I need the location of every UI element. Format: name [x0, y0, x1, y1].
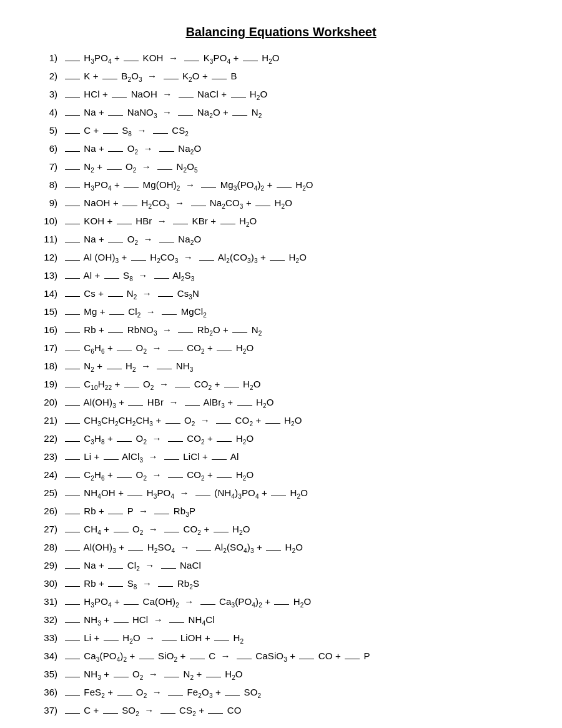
list-item: 12) Al (OH)3 + H2CO3 → Al2(CO3)3 + H2O — [37, 250, 525, 265]
list-item: 11) Na + O2 → Na2O — [37, 232, 525, 247]
equation-number: 10) — [37, 214, 64, 229]
equation-number: 14) — [37, 286, 64, 301]
equation-number: 28) — [37, 540, 64, 555]
equation-number: 6) — [37, 141, 64, 156]
equation-number: 5) — [37, 123, 64, 138]
list-item: 26) Rb + P → Rb3P — [37, 504, 525, 519]
equation-content: CH3CH2CH2CH3 + O2 → CO2 + H2O — [64, 413, 302, 428]
list-item: 2) K + B2O3 → K2O + B — [37, 69, 525, 84]
equation-content: Mg + Cl2 → MgCl2 — [64, 304, 207, 319]
equation-number: 2) — [37, 69, 64, 84]
equation-content: NaOH + H2CO3 → Na2CO3 + H2O — [64, 196, 292, 211]
equation-content: Li + AlCl3 → LiCl + Al — [64, 449, 239, 464]
equation-content: Al(OH)3 + H2SO4 → Al2(SO4)3 + H2O — [64, 540, 303, 555]
list-item: 34) Ca3(PO4)2 + SiO2 + C → CaSiO3 + CO +… — [37, 649, 525, 664]
equation-number: 33) — [37, 631, 64, 646]
list-item: 36) FeS2 + O2 → Fe2O3 + SO2 — [37, 685, 525, 700]
list-item: 3) HCl + NaOH → NaCl + H2O — [37, 87, 525, 102]
equation-content: C + S8 → CS2 — [64, 123, 189, 138]
equation-number: 8) — [37, 177, 64, 192]
list-item: 13) Al + S8 → Al2S3 — [37, 268, 525, 283]
equation-number: 25) — [37, 486, 64, 501]
list-item: 23) Li + AlCl3 → LiCl + Al — [37, 449, 525, 464]
list-item: 1) H3PO4 + KOH → K3PO4 + H2O — [37, 51, 525, 66]
equation-number: 36) — [37, 685, 64, 700]
list-item: 33) Li + H2O → LiOH + H2 — [37, 631, 525, 646]
equation-content: C + SO2 → CS2 + CO — [64, 703, 242, 718]
equation-number: 27) — [37, 522, 64, 537]
equation-content: C6H6 + O2 → CO2 + H2O — [64, 341, 254, 356]
equation-content: Al + S8 → Al2S3 — [64, 268, 194, 283]
list-item: 8) H3PO4 + Mg(OH)2 → Mg3(PO4)2 + H2O — [37, 177, 525, 192]
list-item: 19) C10H22 + O2 → CO2 + H2O — [37, 377, 525, 392]
list-item: 28) Al(OH)3 + H2SO4 → Al2(SO4)3 + H2O — [37, 540, 525, 555]
equation-content: NH3 + HCl → NH4Cl — [64, 612, 215, 627]
equation-number: 16) — [37, 322, 64, 337]
equation-number: 32) — [37, 612, 64, 627]
equation-number: 3) — [37, 87, 64, 102]
equation-number: 11) — [37, 232, 64, 247]
equation-number: 19) — [37, 377, 64, 392]
list-item: 10) KOH + HBr → KBr + H2O — [37, 214, 525, 229]
equation-number: 9) — [37, 196, 64, 211]
equation-content: KOH + HBr → KBr + H2O — [64, 214, 257, 229]
equation-content: FeS2 + O2 → Fe2O3 + SO2 — [64, 685, 261, 700]
equation-number: 31) — [37, 594, 64, 609]
equation-content: C3H8 + O2 → CO2 + H2O — [64, 431, 254, 446]
list-item: 27) CH4 + O2 → CO2 + H2O — [37, 522, 525, 537]
equation-number: 13) — [37, 268, 64, 283]
equation-content: Rb + S8 → Rb2S — [64, 576, 199, 591]
equation-number: 1) — [37, 51, 64, 66]
list-item: 18) N2 + H2 → NH3 — [37, 359, 525, 374]
list-item: 29) Na + Cl2 → NaCl — [37, 558, 525, 573]
equation-content: C10H22 + O2 → CO2 + H2O — [64, 377, 261, 392]
equation-number: 22) — [37, 431, 64, 446]
list-item: 7) N2 + O2 → N2O5 — [37, 159, 525, 174]
equation-content: N2 + H2 → NH3 — [64, 359, 193, 374]
list-item: 30) Rb + S8 → Rb2S — [37, 576, 525, 591]
list-item: 9) NaOH + H2CO3 → Na2CO3 + H2O — [37, 196, 525, 211]
list-item: 22) C3H8 + O2 → CO2 + H2O — [37, 431, 525, 446]
equation-content: K + B2O3 → K2O + B — [64, 69, 237, 84]
equation-number: 23) — [37, 449, 64, 464]
equation-content: Al(OH)3 + HBr → AlBr3 + H2O — [64, 395, 274, 410]
equation-content: Rb + P → Rb3P — [64, 504, 195, 519]
list-item: 37) C + SO2 → CS2 + CO — [37, 703, 525, 718]
list-item: 32) NH3 + HCl → NH4Cl — [37, 612, 525, 627]
equation-number: 30) — [37, 576, 64, 591]
list-item: 16) Rb + RbNO3 → Rb2O + N2 — [37, 322, 525, 337]
list-item: 35) NH3 + O2 → N2 + H2O — [37, 667, 525, 682]
equation-content: H3PO4 + KOH → K3PO4 + H2O — [64, 51, 280, 66]
equation-content: NH3 + O2 → N2 + H2O — [64, 667, 243, 682]
list-item: 4) Na + NaNO3 → Na2O + N2 — [37, 105, 525, 120]
equation-number: 24) — [37, 467, 64, 482]
equation-number: 26) — [37, 504, 64, 519]
list-item: 31) H3PO4 + Ca(OH)2 → Ca3(PO4)2 + H2O — [37, 594, 525, 609]
equation-content: Rb + RbNO3 → Rb2O + N2 — [64, 322, 262, 337]
list-item: 20) Al(OH)3 + HBr → AlBr3 + H2O — [37, 395, 525, 410]
equation-content: C2H6 + O2 → CO2 + H2O — [64, 467, 254, 482]
equation-number: 34) — [37, 649, 64, 664]
equation-number: 4) — [37, 105, 64, 120]
equation-number: 37) — [37, 703, 64, 718]
equation-content: Na + O2 → Na2O — [64, 141, 201, 156]
page-title: Balancing Equations Worksheet — [37, 25, 525, 39]
equation-content: N2 + O2 → N2O5 — [64, 159, 198, 174]
equation-content: CH4 + O2 → CO2 + H2O — [64, 522, 250, 537]
list-item: 21) CH3CH2CH2CH3 + O2 → CO2 + H2O — [37, 413, 525, 428]
equation-number: 35) — [37, 667, 64, 682]
equation-list: 1) H3PO4 + KOH → K3PO4 + H2O2) K + B2O3 … — [37, 51, 525, 718]
list-item: 15) Mg + Cl2 → MgCl2 — [37, 304, 525, 319]
equation-number: 12) — [37, 250, 64, 265]
list-item: 6) Na + O2 → Na2O — [37, 141, 525, 156]
equation-number: 15) — [37, 304, 64, 319]
list-item: 25) NH4OH + H3PO4 → (NH4)3PO4 + H2O — [37, 486, 525, 501]
equation-content: Na + O2 → Na2O — [64, 232, 201, 247]
equation-number: 29) — [37, 558, 64, 573]
equation-content: Al (OH)3 + H2CO3 → Al2(CO3)3 + H2O — [64, 250, 307, 265]
list-item: 14) Cs + N2 → Cs3N — [37, 286, 525, 301]
equation-content: NH4OH + H3PO4 → (NH4)3PO4 + H2O — [64, 486, 308, 501]
list-item: 17) C6H6 + O2 → CO2 + H2O — [37, 341, 525, 356]
list-item: 24) C2H6 + O2 → CO2 + H2O — [37, 467, 525, 482]
equation-content: H3PO4 + Mg(OH)2 → Mg3(PO4)2 + H2O — [64, 177, 313, 192]
